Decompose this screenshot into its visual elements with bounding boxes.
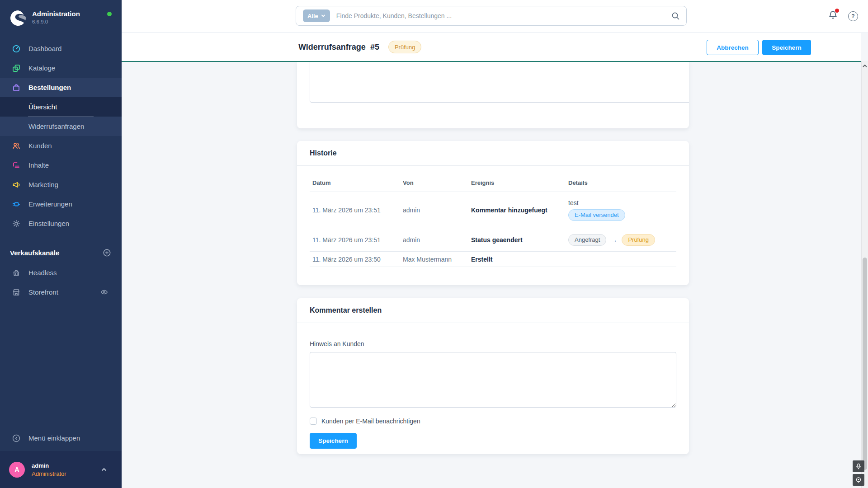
user-menu[interactable]: A admin Administrator bbox=[0, 451, 122, 488]
notifications-button[interactable] bbox=[828, 10, 838, 22]
logo-row: Administration 6.6.9.0 bbox=[10, 10, 80, 26]
orders-bag-icon bbox=[12, 84, 20, 92]
sidebar: Administration 6.6.9.0 Dashboard Katalog… bbox=[0, 0, 122, 488]
mic-overlay-button[interactable] bbox=[853, 460, 864, 472]
sidebar-item-label: Kataloge bbox=[28, 64, 55, 72]
avatar: A bbox=[9, 462, 25, 478]
sidebar-item-label: Bestellungen bbox=[28, 84, 71, 91]
history-title: Historie bbox=[310, 149, 337, 157]
cell-date: 11. März 2026 um 23:51 bbox=[310, 236, 403, 244]
marketing-megaphone-icon bbox=[12, 181, 20, 189]
app-version: 6.6.9.0 bbox=[32, 19, 80, 24]
email-sent-badge[interactable]: E-Mail versendet bbox=[568, 209, 625, 221]
topbar: Alle ? bbox=[122, 0, 868, 33]
scrollbar-thumb[interactable] bbox=[863, 258, 867, 470]
sidebar-item-storefront[interactable]: Storefront bbox=[0, 282, 122, 302]
table-row: 11. März 2026 um 23:50 Max Mustermann Er… bbox=[310, 251, 676, 267]
sidebar-item-kataloge[interactable]: Kataloge bbox=[0, 58, 122, 78]
sidebar-item-einstellungen[interactable]: Einstellungen bbox=[0, 214, 122, 233]
comment-field-label: Hinweis an Kunden bbox=[310, 340, 676, 347]
help-icon: ? bbox=[851, 13, 854, 19]
sales-channel-list: Headless Storefront bbox=[0, 263, 122, 302]
cell-date: 11. März 2026 um 23:50 bbox=[310, 256, 403, 263]
col-von: Von bbox=[403, 179, 471, 186]
notify-row: Kunden per E-Mail benachrichtigen bbox=[310, 418, 676, 425]
notification-dot bbox=[835, 9, 839, 13]
sidebar-item-marketing[interactable]: Marketing bbox=[0, 175, 122, 194]
sales-channels-heading: Verkaufskanäle bbox=[0, 249, 122, 257]
comment-card-header: Kommentar erstellen bbox=[297, 298, 689, 323]
sidebar-item-kunden[interactable]: Kunden bbox=[0, 136, 122, 155]
smartbar: Widerrufsanfrage #5 Prüfung Abbrechen Sp… bbox=[122, 33, 861, 62]
comment-card-body: Hinweis an Kunden Kunden per E-Mail bena… bbox=[297, 323, 689, 449]
cell-details: Angefragt → Prüfung bbox=[568, 234, 676, 246]
search-input[interactable] bbox=[336, 12, 671, 19]
detail-text: test bbox=[568, 199, 676, 206]
extensions-plug-icon bbox=[12, 200, 20, 208]
notify-customer-label: Kunden per E-Mail benachrichtigen bbox=[321, 418, 420, 425]
sidebar-item-label: Einstellungen bbox=[28, 220, 69, 227]
sidebar-item-widerrufsanfragen[interactable]: Widerrufsanfragen bbox=[0, 117, 122, 136]
headless-basket-icon bbox=[12, 269, 20, 277]
app-title: Administration bbox=[32, 10, 80, 18]
history-card: Historie Datum Von Ereignis Details 11. … bbox=[297, 141, 689, 285]
topbar-icons: ? bbox=[828, 10, 858, 22]
sidebar-item-label: Headless bbox=[28, 269, 57, 277]
catalogues-icon bbox=[12, 64, 20, 72]
search-scope-label: Alle bbox=[307, 13, 318, 19]
status-badge: Prüfung bbox=[388, 41, 422, 53]
sidebar-item-label: Erweiterungen bbox=[28, 200, 72, 208]
comment-save-button[interactable]: Speichern bbox=[310, 433, 357, 449]
table-row: 11. März 2026 um 23:51 admin Kommentar h… bbox=[310, 192, 676, 228]
cancel-button[interactable]: Abbrechen bbox=[707, 40, 759, 55]
help-button[interactable]: ? bbox=[848, 11, 858, 21]
user-role: Administrator bbox=[32, 470, 66, 477]
sidebar-subitem-label: Übersicht bbox=[28, 103, 57, 111]
main-navigation: Dashboard Kataloge Bestellungen Übersich… bbox=[0, 39, 122, 233]
add-sales-channel-icon[interactable] bbox=[103, 249, 111, 257]
sidebar-item-headless[interactable]: Headless bbox=[0, 263, 122, 282]
col-details: Details bbox=[568, 179, 676, 186]
save-button[interactable]: Speichern bbox=[762, 40, 811, 55]
sidebar-item-label: Inhalte bbox=[28, 161, 49, 169]
cell-von: admin bbox=[403, 236, 471, 244]
admin-app: Administration 6.6.9.0 Dashboard Katalog… bbox=[0, 0, 868, 488]
content-icon bbox=[12, 161, 20, 169]
smartbar-actions: Abbrechen Speichern bbox=[707, 40, 811, 55]
search-icon[interactable] bbox=[671, 12, 680, 20]
scroll-up-arrow-icon[interactable] bbox=[862, 63, 868, 69]
sidebar-item-dashboard[interactable]: Dashboard bbox=[0, 39, 122, 58]
comment-card-title: Kommentar erstellen bbox=[310, 306, 382, 314]
comment-card-cut bbox=[297, 62, 689, 128]
arrow-right-icon: → bbox=[611, 236, 617, 244]
col-ereignis: Ereignis bbox=[471, 179, 568, 186]
table-bottom-divider bbox=[310, 267, 676, 267]
app-identity: Administration 6.6.9.0 bbox=[32, 10, 80, 24]
col-datum: Datum bbox=[310, 179, 403, 186]
record-overlay-button[interactable] bbox=[853, 474, 864, 486]
cell-ereignis: Kommentar hinzugefuegt bbox=[471, 206, 568, 214]
sidebar-item-bestellungen[interactable]: Bestellungen bbox=[0, 78, 122, 97]
sidebar-item-uebersicht[interactable]: Übersicht bbox=[0, 97, 122, 117]
user-name: admin bbox=[32, 462, 66, 469]
sidebar-item-label: Dashboard bbox=[28, 45, 61, 52]
history-table-header: Datum Von Ereignis Details bbox=[310, 166, 676, 192]
cell-ereignis: Status geaendert bbox=[471, 236, 568, 244]
sidebar-item-inhalte[interactable]: Inhalte bbox=[0, 155, 122, 175]
comment-textarea[interactable] bbox=[310, 352, 676, 408]
cell-von: Max Mustermann bbox=[403, 256, 471, 263]
notify-customer-checkbox[interactable] bbox=[310, 418, 317, 425]
user-info: admin Administrator bbox=[32, 462, 66, 477]
sidebar-item-label: Marketing bbox=[28, 181, 58, 188]
collapse-menu-button[interactable]: Menü einklappen bbox=[0, 425, 122, 451]
target-icon bbox=[855, 477, 862, 483]
search-scope-dropdown[interactable]: Alle bbox=[303, 9, 330, 22]
page-title: Widerrufsanfrage bbox=[298, 42, 366, 52]
sidebar-item-erweiterungen[interactable]: Erweiterungen bbox=[0, 194, 122, 214]
history-card-header: Historie bbox=[297, 141, 689, 166]
scrollbar-track[interactable] bbox=[861, 61, 868, 488]
preview-eye-icon[interactable] bbox=[100, 288, 108, 296]
collapse-chevron-circle-icon bbox=[12, 434, 20, 442]
comment-textarea-cut[interactable] bbox=[310, 62, 689, 103]
microphone-icon bbox=[855, 463, 862, 469]
